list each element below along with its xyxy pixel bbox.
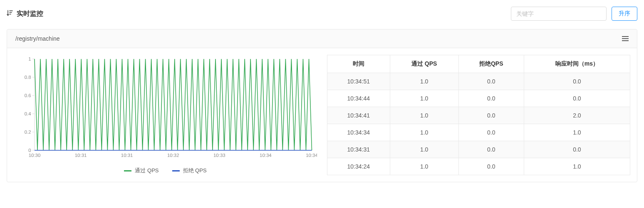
legend-swatch-reject [172, 170, 180, 171]
legend-label-pass: 通过 QPS [135, 167, 159, 174]
qps-chart: 00.20.40.60.8110:3010:3110:3110:3210:331… [14, 55, 317, 163]
col-rt: 响应时间（ms） [524, 55, 630, 73]
col-time: 时间 [327, 55, 390, 73]
col-reject: 拒绝QPS [458, 55, 524, 73]
svg-text:0.2: 0.2 [25, 130, 31, 135]
cell-time: 10:34:34 [327, 124, 390, 141]
cell-reject: 0.0 [458, 90, 524, 107]
cell-rt: 2.0 [524, 107, 630, 124]
data-table: 时间 通过 QPS 拒绝QPS 响应时间（ms） 10:34:511.00.00… [327, 55, 630, 175]
table-row: 10:34:511.00.00.0 [327, 73, 630, 90]
cell-rt: 0.0 [524, 73, 630, 90]
page-header: 实时监控 升序 [7, 7, 637, 21]
legend-pass: 通过 QPS [124, 167, 159, 174]
cell-reject: 0.0 [458, 141, 524, 158]
col-pass: 通过 QPS [390, 55, 458, 73]
table-row: 10:34:341.00.01.0 [327, 124, 630, 141]
cell-pass: 1.0 [390, 124, 458, 141]
table-row: 10:34:241.00.01.0 [327, 158, 630, 175]
cell-pass: 1.0 [390, 158, 458, 175]
cell-pass: 1.0 [390, 73, 458, 90]
cell-reject: 0.0 [458, 158, 524, 175]
svg-text:10:32: 10:32 [167, 153, 179, 158]
cell-rt: 0.0 [524, 141, 630, 158]
chart-legend: 通过 QPS 拒绝 QPS [14, 167, 317, 174]
svg-text:10:30: 10:30 [29, 153, 41, 158]
search-input[interactable] [511, 7, 607, 21]
resource-name: /registry/machine [15, 35, 60, 42]
svg-text:0.6: 0.6 [25, 93, 31, 98]
table-container: 时间 通过 QPS 拒绝QPS 响应时间（ms） 10:34:511.00.00… [327, 55, 630, 175]
cell-time: 10:34:41 [327, 107, 390, 124]
cell-time: 10:34:51 [327, 73, 390, 90]
header-left: 实时监控 [7, 10, 43, 18]
svg-text:0: 0 [28, 148, 31, 153]
resource-card: /registry/machine 00.20.40.60.8110:3010:… [7, 29, 637, 182]
table-row: 10:34:411.00.02.0 [327, 107, 630, 124]
svg-text:10:31: 10:31 [75, 153, 87, 158]
svg-text:10:33: 10:33 [213, 153, 225, 158]
chart-container: 00.20.40.60.8110:3010:3110:3110:3210:331… [14, 55, 317, 174]
header-right: 升序 [511, 7, 637, 21]
cell-reject: 0.0 [458, 124, 524, 141]
svg-text:0.8: 0.8 [25, 75, 31, 80]
legend-swatch-pass [124, 170, 131, 171]
table-header-row: 时间 通过 QPS 拒绝QPS 响应时间（ms） [327, 55, 630, 73]
cell-reject: 0.0 [458, 107, 524, 124]
card-body: 00.20.40.60.8110:3010:3110:3110:3210:331… [7, 48, 637, 182]
cell-time: 10:34:44 [327, 90, 390, 107]
menu-icon[interactable] [622, 36, 629, 41]
cell-pass: 1.0 [390, 141, 458, 158]
cell-rt: 0.0 [524, 90, 630, 107]
legend-label-reject: 拒绝 QPS [183, 167, 207, 174]
table-row: 10:34:311.00.00.0 [327, 141, 630, 158]
page-title: 实时监控 [17, 10, 43, 18]
svg-text:10:34: 10:34 [306, 153, 317, 158]
cell-pass: 1.0 [390, 107, 458, 124]
sort-toggle-button[interactable]: 升序 [612, 7, 637, 21]
svg-text:10:34: 10:34 [260, 153, 272, 158]
svg-text:0.4: 0.4 [25, 111, 31, 116]
table-row: 10:34:441.00.00.0 [327, 90, 630, 107]
cell-pass: 1.0 [390, 90, 458, 107]
cell-time: 10:34:31 [327, 141, 390, 158]
sort-desc-icon [7, 10, 13, 18]
svg-text:10:31: 10:31 [121, 153, 133, 158]
cell-reject: 0.0 [458, 73, 524, 90]
cell-rt: 1.0 [524, 158, 630, 175]
svg-text:1: 1 [28, 56, 31, 61]
card-header: /registry/machine [7, 29, 637, 48]
cell-time: 10:34:24 [327, 158, 390, 175]
cell-rt: 1.0 [524, 124, 630, 141]
legend-reject: 拒绝 QPS [172, 167, 207, 174]
